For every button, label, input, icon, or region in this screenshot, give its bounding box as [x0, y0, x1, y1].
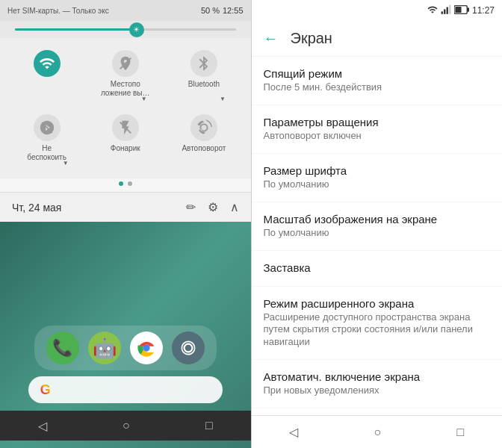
- tile-bluetooth[interactable]: Bluetooth ▼: [170, 44, 238, 104]
- wifi-status-icon: [427, 4, 438, 16]
- signal-status-icon: [441, 4, 451, 16]
- date-text: Чт, 24 мая: [12, 202, 61, 214]
- status-bar-right: 11:27: [252, 0, 503, 21]
- dot-2[interactable]: [128, 181, 132, 186]
- tile-location[interactable]: Местоположение вы… ▼: [92, 44, 159, 104]
- brightness-fill: [15, 28, 137, 31]
- settings-item-fullscreen-subtitle: Расширение доступного пространства экран…: [264, 311, 491, 349]
- settings-item-wakeup[interactable]: Автоматич. включение экрана При новых ув…: [252, 360, 503, 408]
- home-screen: 📞 🤖 G ◁: [0, 222, 251, 448]
- brightness-thumb[interactable]: [129, 22, 144, 37]
- edit-icon[interactable]: ✏: [186, 200, 196, 214]
- settings-item-rotation-title: Параметры вращения: [264, 116, 491, 128]
- date-icons: ✏ ⚙ ∧: [186, 200, 239, 214]
- dnd-label: Небеспокоить: [27, 144, 66, 162]
- date-bar: Чт, 24 мая ✏ ⚙ ∧: [0, 192, 251, 222]
- wifi-icon: [34, 50, 61, 77]
- settings-item-sleep[interactable]: Спящий режим После 5 мин. бездействия: [252, 57, 503, 105]
- svg-point-3: [184, 344, 192, 352]
- home-button-right[interactable]: ○: [365, 423, 391, 442]
- home-button-left[interactable]: ○: [114, 416, 139, 435]
- svg-rect-6: [444, 9, 445, 13]
- tile-autorotate[interactable]: Автоповорот: [170, 108, 238, 168]
- android-app-icon[interactable]: 🤖: [88, 332, 121, 364]
- bluetooth-icon: [190, 50, 217, 77]
- autorotate-icon: [190, 114, 217, 141]
- settings-icon[interactable]: ⚙: [208, 200, 218, 214]
- tiles-row-1: Местоположение вы… ▼ Bluetooth ▼: [7, 44, 244, 104]
- settings-item-rotation-subtitle: Автоповорот включен: [264, 130, 491, 143]
- status-text-left: Нет SIM-карты. — Только экс: [7, 7, 109, 15]
- svg-rect-11: [455, 7, 461, 13]
- brightness-track[interactable]: [15, 28, 236, 31]
- location-dropdown[interactable]: ▼: [141, 96, 147, 102]
- nav-bar-left: ◁ ○ □: [0, 411, 251, 441]
- chrome-app-icon[interactable]: [130, 332, 163, 364]
- settings-item-fontsize-subtitle: По умолчанию: [264, 178, 491, 191]
- recents-button-left[interactable]: □: [196, 416, 222, 435]
- back-button-right[interactable]: ◁: [280, 422, 307, 442]
- settings-item-screensaver-title: Заставка: [264, 261, 491, 274]
- svg-rect-8: [449, 5, 450, 14]
- settings-item-sleep-title: Спящий режим: [264, 67, 491, 80]
- settings-item-displaysize-title: Масштаб изображения на экране: [264, 213, 491, 225]
- settings-item-rotation[interactable]: Параметры вращения Автоповорот включен: [252, 105, 503, 154]
- app-dock: 📞 🤖: [34, 326, 217, 370]
- svg-rect-10: [467, 7, 469, 11]
- settings-item-screensaver[interactable]: Заставка: [252, 251, 503, 287]
- status-bar-left: Нет SIM-карты. — Только экс 50 % 12:55: [0, 0, 251, 21]
- google-g-icon: G: [40, 382, 51, 398]
- dot-1[interactable]: [119, 181, 123, 186]
- phone-app-icon[interactable]: 📞: [46, 332, 79, 364]
- time-right: 11:27: [472, 5, 495, 16]
- time-left: 12:55: [223, 6, 244, 15]
- battery-status-icon: [454, 5, 469, 16]
- dnd-icon: [34, 114, 61, 141]
- flashlight-label: Фонарик: [111, 144, 140, 153]
- settings-item-fullscreen-title: Режим расширенного экрана: [264, 297, 491, 310]
- back-arrow[interactable]: ←: [264, 30, 279, 47]
- settings-item-sleep-subtitle: После 5 мин. бездействия: [264, 81, 491, 94]
- settings-item-displaysize-subtitle: По умолчанию: [264, 227, 491, 240]
- settings-item-fontsize[interactable]: Размер шрифта По умолчанию: [252, 154, 503, 202]
- bluetooth-dropdown[interactable]: ▼: [220, 96, 226, 102]
- back-button-left[interactable]: ◁: [29, 416, 56, 436]
- flashlight-icon: [112, 114, 139, 141]
- dnd-dropdown[interactable]: ▼: [63, 160, 69, 167]
- settings-item-displaysize[interactable]: Масштаб изображения на экране По умолчан…: [252, 202, 503, 251]
- settings-item-wakeup-subtitle: При новых уведомлениях: [264, 385, 491, 397]
- settings-title: Экран: [291, 30, 332, 47]
- battery-text: 50 %: [201, 6, 220, 15]
- settings-list: Спящий режим После 5 мин. бездействия Па…: [252, 57, 503, 415]
- settings-item-fullscreen[interactable]: Режим расширенного экрана Расширение дос…: [252, 287, 503, 361]
- dots-indicator: [0, 178, 251, 192]
- right-panel: 11:27 ← Экран Спящий режим После 5 мин. …: [252, 0, 503, 448]
- tile-flashlight[interactable]: Фонарик: [92, 108, 159, 168]
- tile-dnd[interactable]: Небеспокоить ▼: [13, 108, 81, 168]
- search-bar[interactable]: G: [28, 376, 223, 403]
- svg-rect-5: [441, 11, 443, 13]
- left-panel: Нет SIM-карты. — Только экс 50 % 12:55: [0, 0, 251, 448]
- bluetooth-label: Bluetooth: [188, 80, 220, 89]
- location-icon: [112, 50, 139, 77]
- collapse-icon[interactable]: ∧: [230, 200, 239, 214]
- autorotate-label: Автоповорот: [182, 144, 226, 153]
- status-icons-right: 11:27: [427, 4, 495, 16]
- settings-item-fontsize-title: Размер шрифта: [264, 164, 491, 177]
- tile-wifi[interactable]: [13, 44, 81, 104]
- camera-app-icon[interactable]: [172, 332, 205, 364]
- settings-item-wakeup-title: Автоматич. включение экрана: [264, 370, 491, 383]
- settings-header: ← Экран: [252, 21, 503, 57]
- svg-rect-7: [447, 7, 448, 14]
- tiles-row-2: Небеспокоить ▼ Фонарик: [7, 108, 244, 168]
- brightness-bar[interactable]: [0, 21, 251, 38]
- recents-button-right[interactable]: □: [448, 423, 474, 442]
- status-right-icons: 50 % 12:55: [201, 6, 244, 15]
- quick-tiles: Местоположение вы… ▼ Bluetooth ▼: [0, 38, 251, 178]
- nav-bar-right: ◁ ○ □: [252, 415, 503, 448]
